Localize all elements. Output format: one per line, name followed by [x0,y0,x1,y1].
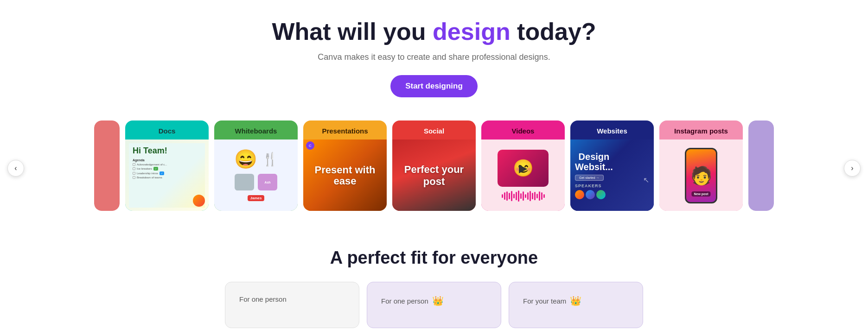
speaker-avatar-2 [586,190,595,199]
plan-cards-row: For one person For one person 👑 For your… [28,282,840,328]
start-designing-button[interactable]: Start designing [390,75,478,97]
card-docs-visual: Hi Team! Agenda Acknowledgement of c... … [125,139,209,211]
bottom-section: A perfect fit for everyone For one perso… [0,225,868,336]
hero-title: What will you design today? [9,19,859,45]
speaker-avatar-3 [596,190,606,199]
docs-item-2: Ice breakers✓ [133,167,201,171]
whiteboard-nametag: James [248,195,265,201]
instagram-new-post-label: New post [691,191,710,197]
presentations-canva-logo: C [306,141,314,150]
whiteboard-box-2: Ash [258,174,277,190]
card-presentations-visual: C Present with ease [303,139,387,211]
card-presentations-label: Presentations [303,120,387,139]
hero-section: What will you design today? Canva makes … [0,0,868,111]
carousel-track: Docs Hi Team! Agenda Acknowledgement of … [0,120,868,211]
social-tagline: Perfect your post [392,164,476,187]
websites-speakers-label: SPEAKERS [575,184,602,188]
card-social[interactable]: Social Perfect your post [392,120,476,211]
plan-card-team[interactable]: For your team 👑 [509,282,643,328]
websites-headline: DesignWebsit... [575,152,613,172]
card-websites-visual: DesignWebsit... Get started → SPEAKERS ↖ [570,139,654,211]
card-websites[interactable]: Websites DesignWebsit... Get started → S… [570,120,654,211]
plan-pro-label: For one person 👑 [381,295,487,306]
plan-team-label: For your team 👑 [523,295,629,306]
card-social-visual: Perfect your post [392,139,476,211]
cursor-indicator: ↖ [643,176,649,184]
websites-speaker-avatars [575,190,606,199]
pro-crown-icon: 👑 [432,295,444,306]
title-highlight: design [433,18,511,45]
whiteboard-box-1 [235,174,254,190]
card-social-label: Social [392,120,476,139]
hero-subtitle: Canva makes it easy to create and share … [9,52,859,62]
card-videos[interactable]: Videos 😊 ▶ [481,120,565,211]
card-whiteboards-visual: 😄 🍴 Ash James [214,139,298,211]
partial-card-left [94,120,120,211]
card-whiteboards[interactable]: Whiteboards 😄 🍴 Ash James [214,120,298,211]
docs-item-3: Leadership intros✓ [133,171,201,175]
whiteboard-emoji: 😄 [234,150,257,168]
card-instagram[interactable]: Instagram posts 🧑 New post [659,120,743,211]
instagram-person-emoji: 🧑 [690,165,712,186]
docs-agenda-label: Agenda [133,158,201,162]
whiteboard-fork-icon: 🍴 [262,152,278,167]
play-icon: ▶ [519,162,527,175]
team-crown-icon: 👑 [570,295,581,306]
waveform [502,190,545,202]
bottom-title: A perfect fit for everyone [28,248,840,268]
title-prefix: What will you [272,18,433,45]
docs-item-1: Acknowledgement of c... [133,163,201,166]
card-instagram-label: Instagram posts [659,120,743,139]
docs-item-4: Breakdown of teams [133,176,201,179]
carousel-section: ‹ Docs Hi Team! Agenda Acknowledgement o… [0,111,868,225]
card-instagram-visual: 🧑 New post [659,139,743,211]
docs-avatar [193,195,205,207]
card-videos-label: Videos [481,120,565,139]
instagram-phone-mockup: 🧑 New post [685,148,717,203]
docs-hi-team: Hi Team! [133,146,201,156]
presentations-tagline: Present with ease [303,165,387,187]
speaker-avatar-1 [575,190,584,199]
plan-card-pro[interactable]: For one person 👑 [367,282,501,328]
plan-card-free[interactable]: For one person [225,282,359,328]
card-docs-label: Docs [125,120,209,139]
title-suffix: today? [511,18,596,45]
card-presentations[interactable]: Presentations C Present with ease [303,120,387,211]
card-whiteboards-label: Whiteboards [214,120,298,139]
card-docs[interactable]: Docs Hi Team! Agenda Acknowledgement of … [125,120,209,211]
partial-card-right [748,120,774,211]
carousel-next-button[interactable]: › [844,160,861,177]
card-videos-visual: 😊 ▶ [481,139,565,211]
plan-free-label: For one person [239,295,345,303]
websites-cta-button: Get started → [575,175,604,181]
carousel-prev-button[interactable]: ‹ [7,160,24,177]
card-websites-label: Websites [570,120,654,139]
